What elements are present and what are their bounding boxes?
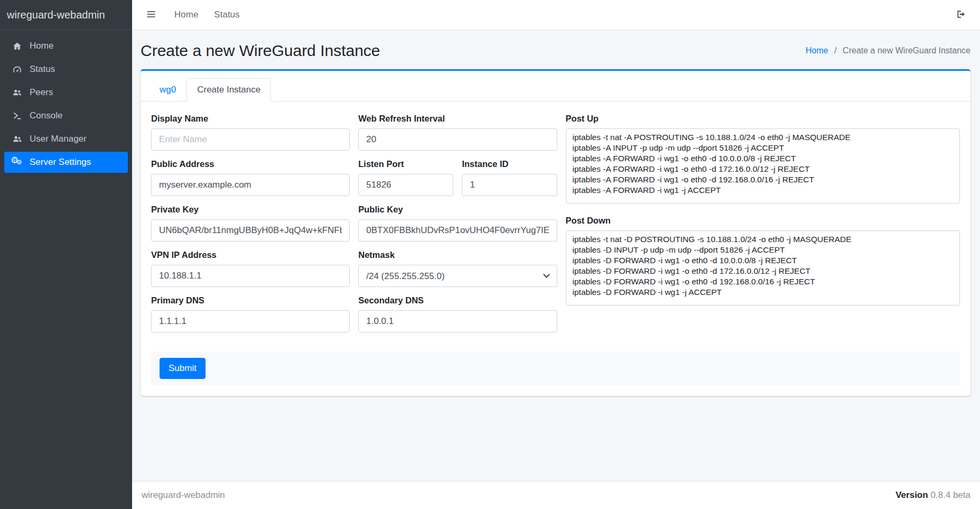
web-refresh-interval-label: Web Refresh Interval xyxy=(358,113,557,124)
post-up-label: Post Up xyxy=(566,113,960,124)
user-group-icon xyxy=(11,134,23,144)
display-name-label: Display Name xyxy=(151,113,350,124)
tab-wg0[interactable]: wg0 xyxy=(149,78,186,101)
netmask-select[interactable]: /24 (255.255.255.0) xyxy=(358,265,557,287)
footer-version-value: 0.8.4 beta xyxy=(930,490,970,500)
users-icon xyxy=(11,87,23,98)
navbar-link-status[interactable]: Status xyxy=(214,10,239,20)
brand-text: wireguard-webadmin xyxy=(7,9,105,21)
post-up-group: Post Up iptables -t nat -A POSTROUTING -… xyxy=(566,113,960,206)
post-down-label: Post Down xyxy=(566,215,960,226)
sidebar-item-server-settings[interactable]: ⚙⚙ Server Settings xyxy=(4,152,128,173)
home-icon xyxy=(11,41,23,51)
private-key-label: Private Key xyxy=(151,204,350,215)
footer-app-name: wireguard-webadmin xyxy=(142,490,225,501)
primary-dns-group: Primary DNS xyxy=(151,295,350,332)
form-actions: Submit xyxy=(151,351,960,385)
sidebar-item-label: Console xyxy=(30,110,62,121)
hamburger-icon xyxy=(146,9,156,21)
instance-form: Display Name Web Refresh Interval Public… xyxy=(141,101,970,396)
display-name-input[interactable] xyxy=(151,128,350,151)
post-down-textarea[interactable]: iptables -t nat -D POSTROUTING -s 10.188… xyxy=(566,230,960,306)
main-footer: wireguard-webadmin Version 0.8.4 beta xyxy=(132,481,980,509)
main-column: Home Status Create a new WireGuard Insta… xyxy=(132,0,980,509)
sidebar-item-console[interactable]: Console xyxy=(4,105,128,126)
instance-id-label: Instance ID xyxy=(462,159,557,169)
footer-version: Version 0.8.4 beta xyxy=(895,490,970,501)
vpn-ip-label: VPN IP Address xyxy=(151,249,350,260)
form-left-columns: Display Name Web Refresh Interval Public… xyxy=(151,113,557,332)
public-address-group: Public Address xyxy=(151,159,350,196)
listen-port-group: Listen Port xyxy=(358,159,453,196)
sidebar-item-label: Status xyxy=(30,64,55,75)
netmask-group: Netmask /24 (255.255.255.0) xyxy=(358,249,557,287)
secondary-dns-input[interactable] xyxy=(358,310,557,332)
sidebar-item-user-manager[interactable]: User Manager xyxy=(4,128,128,150)
vpn-ip-group: VPN IP Address xyxy=(151,249,350,287)
tachometer-icon xyxy=(11,64,23,75)
instance-card: wg0 Create Instance Display Name Web Ref… xyxy=(141,69,970,396)
instance-id-group: Instance ID xyxy=(462,159,557,196)
post-up-textarea[interactable]: iptables -t nat -A POSTROUTING -s 10.188… xyxy=(566,128,960,203)
app-root: wireguard-webadmin Home Status Peers xyxy=(0,0,980,509)
sidebar-nav: Home Status Peers Console xyxy=(0,30,132,178)
display-name-group: Display Name xyxy=(151,113,350,151)
primary-dns-label: Primary DNS xyxy=(151,295,350,306)
sidebar-item-label: Peers xyxy=(30,87,53,98)
breadcrumb-home-link[interactable]: Home xyxy=(806,46,828,55)
form-right-column: Post Up iptables -t nat -A POSTROUTING -… xyxy=(566,113,960,332)
gears-icon: ⚙⚙ xyxy=(11,157,23,168)
secondary-dns-group: Secondary DNS xyxy=(358,295,557,332)
sidebar-item-status[interactable]: Status xyxy=(4,59,128,80)
sidebar: wireguard-webadmin Home Status Peers xyxy=(0,0,132,509)
sidebar-item-home[interactable]: Home xyxy=(4,35,128,57)
page-title: Create a new WireGuard Instance xyxy=(141,42,380,60)
private-key-input[interactable] xyxy=(151,219,350,242)
tab-create-instance[interactable]: Create Instance xyxy=(186,78,271,101)
public-address-input[interactable] xyxy=(151,174,350,196)
instance-tabs: wg0 Create Instance xyxy=(141,71,970,101)
port-instance-row: Listen Port Instance ID xyxy=(358,159,557,196)
listen-port-label: Listen Port xyxy=(358,159,453,169)
private-key-group: Private Key xyxy=(151,204,350,242)
content-area: Create a new WireGuard Instance Home / C… xyxy=(132,30,980,481)
breadcrumb-separator: / xyxy=(834,46,836,55)
navbar-link-home[interactable]: Home xyxy=(174,10,198,20)
web-refresh-interval-group: Web Refresh Interval xyxy=(358,113,557,151)
terminal-icon xyxy=(11,110,23,121)
footer-version-label: Version xyxy=(895,490,928,500)
submit-button[interactable]: Submit xyxy=(160,358,206,379)
post-down-group: Post Down iptables -t nat -D POSTROUTING… xyxy=(566,215,960,308)
secondary-dns-label: Secondary DNS xyxy=(358,295,557,306)
public-key-group: Public Key xyxy=(358,204,557,242)
brand-link[interactable]: wireguard-webadmin xyxy=(0,0,132,30)
breadcrumb: Home / Create a new WireGuard Instance xyxy=(806,46,970,55)
public-address-label: Public Address xyxy=(151,159,350,169)
top-navbar: Home Status xyxy=(132,0,980,30)
vpn-ip-input[interactable] xyxy=(151,265,350,287)
netmask-label: Netmask xyxy=(358,249,557,260)
sidebar-item-peers[interactable]: Peers xyxy=(4,82,128,103)
sidebar-item-label: User Manager xyxy=(30,134,87,144)
content-header: Create a new WireGuard Instance Home / C… xyxy=(132,30,980,68)
public-key-input[interactable] xyxy=(358,219,557,242)
public-key-label: Public Key xyxy=(358,204,557,215)
instance-id-input[interactable] xyxy=(462,174,557,196)
primary-dns-input[interactable] xyxy=(151,310,350,332)
sidebar-item-label: Server Settings xyxy=(30,157,91,168)
web-refresh-interval-input[interactable] xyxy=(358,128,557,151)
logout-button[interactable] xyxy=(954,7,968,23)
breadcrumb-current: Create a new WireGuard Instance xyxy=(843,46,970,55)
sign-out-icon xyxy=(956,9,966,21)
sidebar-toggle-button[interactable] xyxy=(144,7,158,23)
sidebar-item-label: Home xyxy=(30,41,53,51)
listen-port-input[interactable] xyxy=(358,174,453,196)
